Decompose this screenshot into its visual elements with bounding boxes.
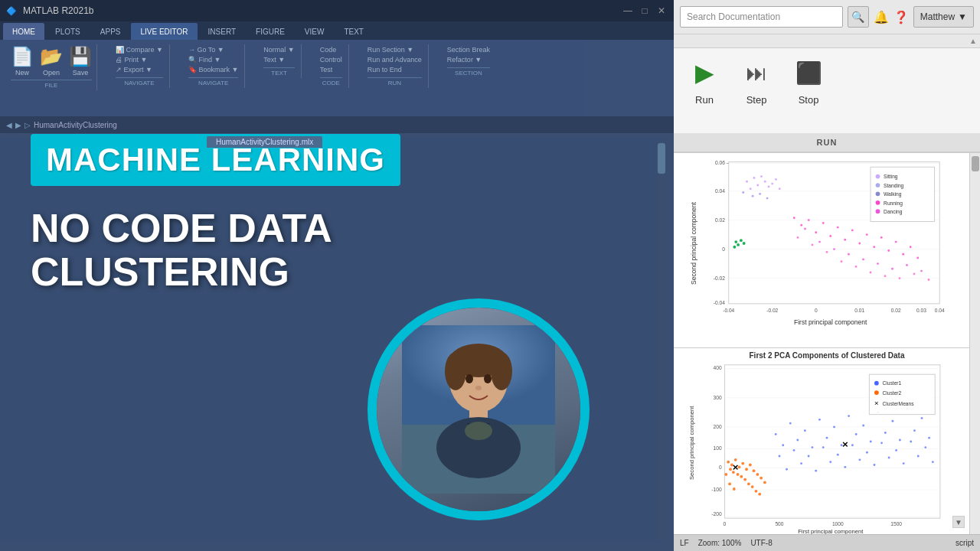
tab-figure[interactable]: FIGURE — [247, 23, 294, 40]
svg-point-83 — [913, 272, 916, 275]
svg-text:Sitting: Sitting — [884, 174, 898, 180]
svg-point-40 — [768, 185, 770, 187]
svg-point-62 — [895, 241, 897, 243]
profile-circle — [368, 298, 590, 520]
stop-label: Stop — [799, 94, 819, 106]
compare-btn[interactable]: 📊 Compare ▼ — [116, 46, 163, 54]
svg-point-162 — [870, 441, 872, 443]
svg-text:-0.04: -0.04 — [714, 300, 725, 305]
find-btn[interactable]: 🔍 Find ▼ — [188, 56, 238, 64]
svg-point-124 — [729, 468, 732, 471]
svg-text:100: 100 — [713, 445, 721, 451]
svg-point-56 — [851, 229, 854, 231]
svg-text:ClusterMeans: ClusterMeans — [883, 401, 915, 406]
svg-point-88 — [733, 246, 736, 249]
svg-point-47 — [766, 197, 769, 200]
tab-insert[interactable]: INSERT — [199, 23, 246, 40]
svg-point-149 — [833, 425, 835, 428]
open-btn[interactable]: 📂 Open — [40, 46, 63, 77]
svg-point-125 — [734, 458, 737, 461]
breadcrumb-arrow2: ▶ — [15, 121, 21, 129]
step-icon-container: ⏭ — [738, 54, 775, 91]
svg-text:×: × — [842, 439, 848, 450]
tab-apps[interactable]: APPS — [91, 23, 130, 40]
tab-live-editor[interactable]: LIVE EDITOR — [131, 23, 197, 40]
stop-icon: ⬛ — [795, 60, 822, 86]
editor-tab[interactable]: HumanActivityClustering.mlx — [207, 136, 322, 148]
tab-home[interactable]: HOME — [3, 23, 44, 40]
left-vscrollbar[interactable] — [657, 142, 666, 540]
svg-point-173 — [866, 452, 868, 454]
window-controls: — □ ✕ — [622, 5, 668, 17]
tab-plots[interactable]: PLOTS — [46, 23, 90, 40]
svg-point-78 — [841, 260, 843, 262]
svg-point-159 — [826, 437, 828, 439]
tab-text[interactable]: TEXT — [335, 23, 373, 40]
svg-point-48 — [793, 217, 795, 219]
export-btn[interactable]: ↗ Export ▼ — [116, 66, 163, 73]
user-button[interactable]: Matthew ▼ — [913, 6, 974, 28]
bottom-scatter-plot: Second principal component First princip… — [677, 361, 977, 534]
svg-text:Running: Running — [884, 201, 903, 207]
search-button[interactable]: 🔍 — [848, 6, 869, 28]
minimize-btn[interactable]: — — [622, 5, 634, 17]
svg-point-87 — [740, 239, 743, 242]
svg-text:0: 0 — [719, 465, 722, 470]
stop-button[interactable]: ⬛ Stop — [790, 54, 827, 106]
svg-text:500: 500 — [775, 521, 783, 527]
svg-point-38 — [760, 175, 763, 178]
svg-point-184 — [874, 464, 876, 466]
close-btn[interactable]: ✕ — [655, 5, 668, 17]
svg-point-156 — [782, 444, 784, 446]
svg-text:0: 0 — [815, 308, 818, 313]
tab-view[interactable]: VIEW — [296, 23, 334, 40]
svg-point-178 — [786, 468, 788, 471]
svg-text:Cluster1: Cluster1 — [883, 380, 902, 386]
svg-point-161 — [855, 433, 858, 435]
goto-btn[interactable]: → Go To ▼ — [188, 46, 238, 54]
run-button[interactable]: ▶ Run — [686, 54, 723, 106]
svg-point-122 — [727, 461, 730, 464]
svg-point-175 — [895, 449, 897, 452]
svg-point-71 — [877, 262, 879, 265]
svg-point-51 — [815, 231, 817, 233]
svg-point-182 — [844, 466, 846, 468]
svg-point-99 — [876, 209, 880, 214]
nocode-line2: CLUSTERING — [31, 250, 332, 294]
svg-point-76 — [812, 243, 814, 246]
maximize-btn[interactable]: □ — [639, 5, 651, 17]
svg-point-188 — [932, 461, 934, 463]
print-btn[interactable]: 🖨 Print ▼ — [116, 56, 163, 64]
ribbon-group-file: 📄 New 📂 Open 💾 Save FILE — [6, 44, 97, 90]
svg-point-52 — [822, 222, 825, 224]
svg-point-66 — [804, 228, 806, 230]
svg-point-73 — [906, 264, 908, 266]
notification-icon[interactable]: 🔔 — [874, 9, 889, 24]
step-button[interactable]: ⏭ Step — [738, 54, 775, 106]
svg-point-81 — [884, 275, 887, 277]
new-btn[interactable]: 📄 New — [11, 46, 34, 77]
svg-point-144 — [724, 473, 727, 476]
bottom-scroll-down[interactable]: ▼ — [952, 516, 965, 528]
svg-point-147 — [804, 429, 806, 432]
svg-point-163 — [884, 432, 887, 434]
top-scatter-plot: Second principal component First princip… — [677, 156, 977, 331]
svg-point-185 — [888, 457, 890, 459]
save-btn[interactable]: 💾 Save — [69, 46, 92, 77]
svg-text:0.02: 0.02 — [891, 308, 901, 313]
svg-point-180 — [815, 470, 817, 472]
svg-point-138 — [760, 477, 763, 480]
breadcrumb-bar: ◀ ▶ ▷ HumanActivityClustering — [0, 116, 674, 133]
svg-point-131 — [740, 475, 743, 478]
svg-point-129 — [737, 473, 740, 476]
vscroll-thumb[interactable] — [658, 143, 665, 174]
svg-text:Walking: Walking — [884, 191, 902, 197]
panel-scroll-up[interactable]: ▲ — [969, 37, 977, 45]
svg-text:0: 0 — [722, 246, 725, 252]
bookmark-btn[interactable]: 🔖 Bookmark ▼ — [188, 66, 238, 73]
help-icon[interactable]: ❓ — [893, 9, 909, 24]
plots-vscroll-thumb[interactable] — [972, 156, 979, 171]
svg-point-133 — [743, 478, 746, 481]
svg-text:1000: 1000 — [832, 521, 844, 527]
plots-vscroll[interactable] — [969, 153, 980, 534]
